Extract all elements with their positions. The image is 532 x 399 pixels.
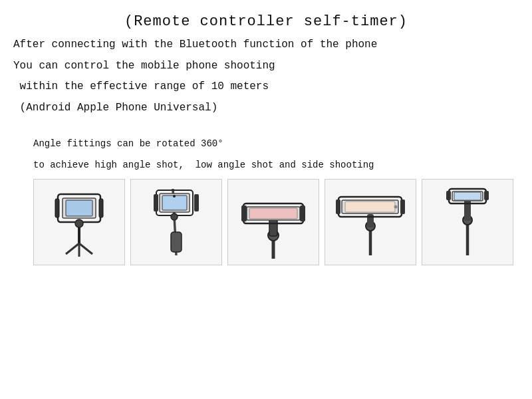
image-4-horizontal-view: [325, 179, 416, 265]
svg-rect-16: [154, 194, 158, 211]
image-3-angled-view: [227, 179, 319, 265]
angle-section: Angle fittings can be rotated 360° to ac…: [13, 136, 519, 265]
angle-line1: Angle fittings can be rotated 360°: [33, 136, 519, 152]
svg-rect-42: [446, 191, 451, 200]
svg-line-7: [66, 243, 79, 254]
svg-rect-32: [345, 201, 395, 212]
svg-rect-25: [241, 205, 247, 221]
svg-point-15: [173, 195, 176, 198]
svg-rect-2: [66, 200, 92, 216]
description-line4: (Android Apple Phone Universal): [13, 100, 519, 117]
svg-rect-35: [400, 200, 405, 214]
svg-rect-17: [194, 194, 199, 211]
svg-point-6: [75, 219, 83, 227]
description-line1: After connecting with the Bluetooth func…: [13, 37, 519, 54]
image-5-right-angle-view: [422, 179, 513, 265]
images-row: [33, 179, 519, 265]
svg-rect-24: [249, 208, 297, 219]
svg-rect-21: [269, 219, 277, 236]
svg-rect-41: [454, 192, 481, 200]
image-2-side-view: [130, 179, 222, 265]
page-title: (Remote controller self-timer): [13, 13, 519, 30]
description-line2: You can control the mobile phone shootin…: [13, 58, 519, 75]
description-line3: within the effective range of 10 meters: [13, 78, 519, 96]
svg-rect-11: [171, 232, 182, 252]
svg-line-9: [79, 243, 92, 254]
angle-line2: to achieve high angle shot, low angle sh…: [33, 158, 519, 174]
page-container: (Remote controller self-timer) After con…: [0, 0, 532, 399]
svg-rect-4: [99, 199, 103, 217]
svg-point-18: [171, 213, 178, 220]
image-1-front-view: [33, 179, 125, 265]
svg-rect-3: [55, 199, 59, 217]
svg-point-33: [394, 205, 398, 208]
svg-rect-26: [300, 205, 305, 221]
svg-rect-14: [162, 196, 187, 210]
svg-rect-34: [336, 200, 340, 214]
svg-rect-43: [484, 191, 489, 200]
